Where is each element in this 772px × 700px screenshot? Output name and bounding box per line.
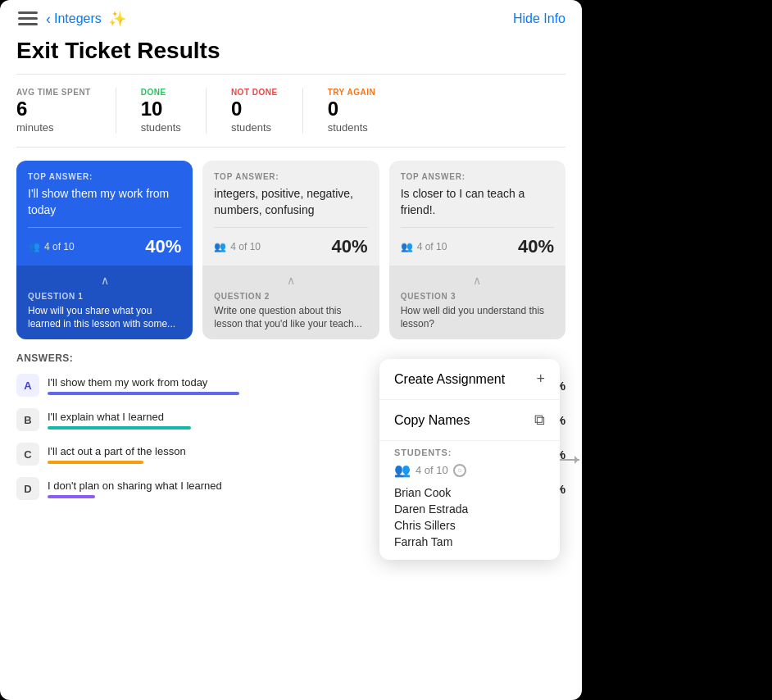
people-icon-3: 👥	[401, 241, 413, 252]
card-1-q-label: QUESTION 1	[28, 292, 181, 301]
create-assignment-item[interactable]: Create Assignment +	[379, 359, 560, 400]
card-1[interactable]: TOP ANSWER: I'll show them my work from …	[16, 161, 193, 339]
stat-done-label: DONE	[141, 88, 181, 97]
students-count-row: 👥 4 of 10 ○	[394, 462, 545, 478]
copy-names-item[interactable]: Copy Names ⧉	[379, 400, 560, 441]
card-2-pct: 40%	[332, 236, 368, 257]
students-people-icon: 👥	[394, 462, 411, 478]
card-1-answer: I'll show them my work from today	[28, 186, 181, 218]
main-panel: ‹ Integers ✨ Hide Info Exit Ticket Resul…	[0, 0, 582, 700]
card-2-bottom: ∧ QUESTION 2 Write one question about th…	[202, 266, 379, 340]
stat-done: DONE 10 students	[141, 88, 207, 134]
student-name-3: Chris Sillers	[394, 517, 545, 534]
sparkle-icon: ✨	[108, 10, 126, 28]
student-name-2: Daren Estrada	[394, 501, 545, 517]
cards-row: TOP ANSWER: I'll show them my work from …	[0, 161, 582, 352]
card-1-q-text: How will you share what you learned in t…	[28, 304, 181, 332]
divider-2	[16, 147, 565, 148]
card-1-count: 👥 4 of 10	[28, 241, 75, 252]
stat-try-again-value: 0	[328, 98, 376, 120]
card-1-top-label: TOP ANSWER:	[28, 172, 181, 181]
stat-done-unit: students	[141, 121, 181, 134]
stat-done-value: 10	[141, 98, 181, 120]
card-2-stats: 👥 4 of 10 40%	[202, 228, 379, 266]
answer-letter-c: C	[16, 443, 39, 466]
stats-row: AVG TIME SPENT 6 minutes DONE 10 student…	[0, 75, 582, 147]
card-3-top-label: TOP ANSWER:	[401, 172, 554, 181]
card-3-count: 👥 4 of 10	[401, 241, 447, 252]
students-label: STUDENTS:	[394, 448, 545, 457]
card-2-q-label: QUESTION 2	[214, 292, 367, 301]
card-3-answer: Is closer to I can teach a friend!.	[401, 186, 554, 218]
header-left: ‹ Integers ✨	[16, 10, 126, 28]
card-1-top: TOP ANSWER: I'll show them my work from …	[16, 161, 193, 226]
back-button[interactable]: ‹ Integers	[46, 11, 102, 28]
card-2-chevron-icon: ∧	[214, 274, 367, 287]
card-2-answer: integers, positive, negative, numbers, c…	[214, 186, 367, 218]
card-2-top-label: TOP ANSWER:	[214, 172, 367, 181]
card-3-pct: 40%	[518, 236, 554, 257]
answer-bar-c	[48, 461, 143, 464]
answer-letter-a: A	[16, 374, 39, 397]
stat-avg-time-value: 6	[16, 98, 91, 120]
info-icon: ○	[453, 464, 466, 477]
copy-names-label: Copy Names	[394, 413, 470, 428]
card-3-stats: 👥 4 of 10 40%	[389, 228, 565, 266]
stat-try-again-label: TRY AGAIN	[328, 88, 376, 97]
card-3-q-label: QUESTION 3	[401, 292, 554, 301]
people-icon-1: 👥	[28, 241, 40, 252]
back-label: Integers	[54, 11, 102, 26]
popup-menu: Create Assignment + Copy Names ⧉ STUDENT…	[379, 359, 560, 560]
stat-avg-time-label: AVG TIME SPENT	[16, 88, 91, 97]
answer-bar-b	[48, 426, 191, 430]
card-1-stats: 👥 4 of 10 40%	[16, 228, 193, 266]
popup-arrow	[560, 459, 579, 461]
plus-icon: +	[536, 370, 545, 388]
card-1-pct: 40%	[145, 236, 181, 257]
hide-info-button[interactable]: Hide Info	[513, 11, 565, 26]
card-1-chevron-icon: ∧	[28, 274, 181, 287]
students-section: STUDENTS: 👥 4 of 10 ○ Brian Cook Daren E…	[379, 448, 560, 560]
stat-avg-time-unit: minutes	[16, 121, 91, 134]
card-2[interactable]: TOP ANSWER: integers, positive, negative…	[202, 161, 379, 339]
card-3-bottom: ∧ QUESTION 3 How well did you understand…	[389, 266, 565, 340]
card-2-top: TOP ANSWER: integers, positive, negative…	[202, 161, 379, 226]
answer-letter-d: D	[16, 477, 39, 500]
stat-not-done: NOT DONE 0 students	[231, 88, 303, 134]
stat-avg-time: AVG TIME SPENT 6 minutes	[16, 88, 116, 134]
card-3[interactable]: TOP ANSWER: Is closer to I can teach a f…	[389, 161, 565, 339]
student-name-1: Brian Cook	[394, 484, 545, 501]
card-3-top: TOP ANSWER: Is closer to I can teach a f…	[389, 161, 565, 226]
card-2-q-text: Write one question about this lesson tha…	[214, 304, 367, 332]
stat-try-again-unit: students	[328, 121, 376, 134]
card-3-q-text: How well did you understand this lesson?	[401, 304, 554, 332]
page-title: Exit Ticket Results	[0, 34, 582, 74]
card-2-count: 👥 4 of 10	[214, 241, 261, 252]
answer-letter-b: B	[16, 408, 39, 431]
card-3-chevron-icon: ∧	[401, 274, 554, 287]
sidebar-toggle-button[interactable]	[16, 10, 39, 28]
answer-bar-d	[48, 495, 95, 498]
copy-icon: ⧉	[534, 411, 545, 429]
student-name-4: Farrah Tam	[394, 534, 545, 550]
stat-not-done-label: NOT DONE	[231, 88, 278, 97]
students-count: 4 of 10	[416, 464, 448, 476]
answer-bar-a	[48, 392, 239, 395]
header: ‹ Integers ✨ Hide Info	[0, 0, 582, 34]
create-assignment-label: Create Assignment	[394, 372, 505, 387]
people-icon-2: 👥	[214, 241, 226, 252]
card-1-bottom: ∧ QUESTION 1 How will you share what you…	[16, 266, 193, 340]
stat-not-done-unit: students	[231, 121, 278, 134]
stat-try-again: TRY AGAIN 0 students	[328, 88, 401, 134]
back-chevron-icon: ‹	[46, 11, 51, 28]
stat-not-done-value: 0	[231, 98, 278, 120]
